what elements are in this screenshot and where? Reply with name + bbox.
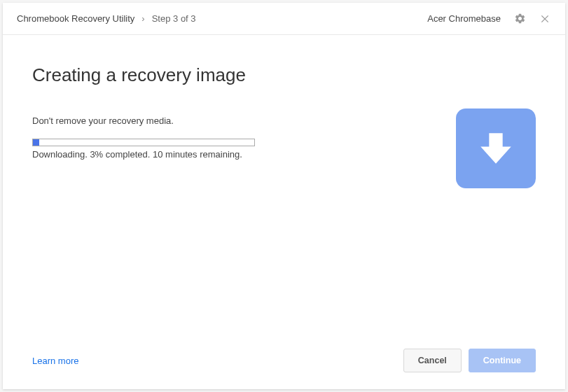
- continue-button: Continue: [469, 349, 536, 372]
- content-area: Creating a recovery image Don't remove y…: [3, 35, 565, 340]
- cancel-button[interactable]: Cancel: [403, 349, 462, 372]
- progress-bar: [32, 139, 255, 146]
- app-window: Chromebook Recovery Utility › Step 3 of …: [3, 3, 565, 389]
- progress-fill: [33, 139, 39, 146]
- progress-status-text: Downloading. 3% completed. 10 minutes re…: [32, 149, 255, 160]
- footer-bar: Learn more Cancel Continue: [3, 340, 565, 389]
- device-label: Acer Chromebase: [427, 13, 501, 24]
- header-bar: Chromebook Recovery Utility › Step 3 of …: [3, 3, 565, 35]
- learn-more-link[interactable]: Learn more: [32, 356, 78, 366]
- page-title: Creating a recovery image: [32, 64, 536, 86]
- download-icon: [456, 108, 536, 188]
- close-icon[interactable]: [539, 13, 551, 25]
- app-title: Chromebook Recovery Utility: [17, 13, 134, 24]
- breadcrumb: Chromebook Recovery Utility › Step 3 of …: [17, 13, 196, 24]
- progress-section: Downloading. 3% completed. 10 minutes re…: [32, 139, 255, 160]
- breadcrumb-separator: ›: [141, 13, 144, 24]
- gear-icon[interactable]: [513, 13, 526, 25]
- step-label: Step 3 of 3: [152, 13, 196, 24]
- header-right: Acer Chromebase: [427, 13, 551, 25]
